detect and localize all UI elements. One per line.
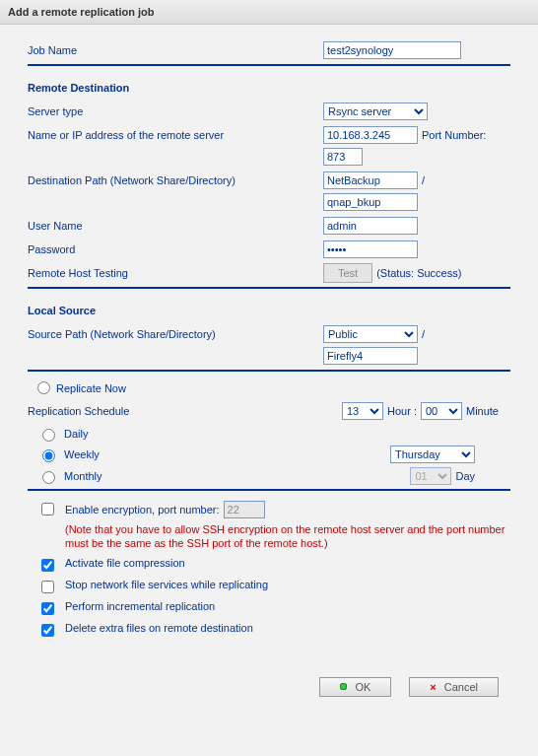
test-button: Test (323, 263, 372, 283)
minute-select[interactable]: 00 (421, 402, 462, 420)
name-ip-label: Name or IP address of the remote server (28, 129, 323, 141)
slash: / (422, 328, 425, 340)
weekday-select[interactable]: Thursday (390, 446, 475, 463)
incremental-checkbox[interactable] (41, 602, 54, 615)
remote-test-label: Remote Host Testing (28, 267, 323, 279)
minute-label: Minute (466, 405, 499, 417)
stop-services-label: Stop network file services while replica… (65, 579, 268, 590)
name-ip-input[interactable] (323, 126, 418, 144)
port-input[interactable] (323, 148, 363, 166)
test-status: (Status: Success) (376, 267, 461, 279)
job-name-label: Job Name (28, 44, 323, 56)
cancel-button[interactable]: × Cancel (409, 677, 499, 697)
source-dir-input[interactable] (323, 347, 418, 365)
replicate-now-radio[interactable] (37, 381, 50, 394)
server-type-label: Server type (28, 105, 323, 117)
hour-select[interactable]: 13 (342, 402, 383, 420)
incremental-label: Perform incremental replication (65, 600, 215, 612)
username-input[interactable] (323, 217, 418, 235)
remote-destination-title: Remote Destination (28, 82, 510, 94)
separator (28, 370, 510, 372)
local-source-title: Local Source (28, 305, 510, 316)
compress-checkbox[interactable] (41, 559, 54, 572)
form-content: Job Name Remote Destination Server type … (0, 25, 538, 661)
encrypt-label: Enable encryption, port number: (65, 504, 220, 515)
password-input[interactable] (323, 241, 418, 258)
monthday-select[interactable]: 01 (410, 467, 451, 485)
ok-button[interactable]: OK (319, 677, 391, 697)
encrypt-checkbox[interactable] (41, 503, 54, 515)
replicate-now-label: Replicate Now (56, 382, 126, 394)
job-name-input[interactable] (323, 41, 461, 59)
separator (28, 489, 510, 491)
slash: / (422, 174, 425, 186)
ok-icon (340, 683, 347, 690)
daily-label: Daily (64, 428, 192, 440)
monthly-radio[interactable] (42, 471, 55, 484)
window-title: Add a remote replication job (0, 0, 538, 25)
stop-services-checkbox[interactable] (41, 581, 54, 593)
dest-dir-input[interactable] (323, 193, 418, 211)
day-label: Day (455, 470, 475, 482)
schedule-title: Replication Schedule (28, 405, 129, 417)
separator (28, 287, 510, 289)
ok-button-label: OK (355, 681, 370, 693)
hour-label: Hour : (387, 405, 417, 417)
password-label: Password (28, 243, 323, 255)
delete-extra-checkbox[interactable] (41, 624, 54, 637)
compress-label: Activate file compression (65, 557, 185, 569)
weekly-label: Weekly (64, 448, 192, 460)
footer-buttons: OK × Cancel (0, 661, 538, 719)
cancel-button-label: Cancel (444, 681, 478, 693)
port-label: Port Number: (422, 129, 486, 141)
delete-extra-label: Delete extra files on remote destination (65, 622, 253, 634)
username-label: User Name (28, 220, 323, 232)
dest-share-input[interactable] (323, 172, 418, 189)
server-type-select[interactable]: Rsync server (323, 103, 428, 120)
weekly-radio[interactable] (42, 449, 55, 462)
source-share-select[interactable]: Public (323, 325, 418, 343)
close-icon: × (430, 681, 436, 693)
source-path-label: Source Path (Network Share/Directory) (28, 328, 323, 340)
encrypt-note: (Note that you have to allow SSH encrypt… (65, 522, 510, 551)
daily-radio[interactable] (42, 429, 55, 442)
separator (28, 64, 510, 66)
monthly-label: Monthly (64, 470, 192, 482)
encrypt-port-input (224, 501, 265, 518)
dest-path-label: Destination Path (Network Share/Director… (28, 174, 323, 186)
